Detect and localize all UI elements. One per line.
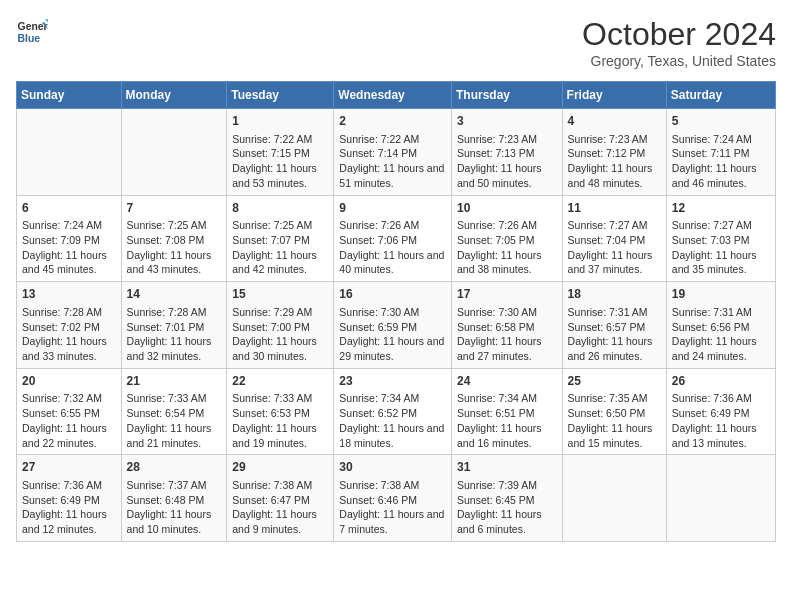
day-number: 31: [457, 459, 557, 476]
cell-content: Sunrise: 7:28 AM Sunset: 7:01 PM Dayligh…: [127, 305, 222, 364]
day-number: 5: [672, 113, 770, 130]
day-number: 4: [568, 113, 661, 130]
calendar-cell: 11Sunrise: 7:27 AM Sunset: 7:04 PM Dayli…: [562, 195, 666, 282]
calendar-cell: 23Sunrise: 7:34 AM Sunset: 6:52 PM Dayli…: [334, 368, 452, 455]
day-number: 9: [339, 200, 446, 217]
calendar-cell: 27Sunrise: 7:36 AM Sunset: 6:49 PM Dayli…: [17, 455, 122, 542]
cell-content: Sunrise: 7:32 AM Sunset: 6:55 PM Dayligh…: [22, 391, 116, 450]
day-number: 10: [457, 200, 557, 217]
day-number: 27: [22, 459, 116, 476]
cell-content: Sunrise: 7:23 AM Sunset: 7:13 PM Dayligh…: [457, 132, 557, 191]
day-number: 14: [127, 286, 222, 303]
day-number: 2: [339, 113, 446, 130]
cell-content: Sunrise: 7:22 AM Sunset: 7:14 PM Dayligh…: [339, 132, 446, 191]
calendar-cell: 16Sunrise: 7:30 AM Sunset: 6:59 PM Dayli…: [334, 282, 452, 369]
cell-content: Sunrise: 7:23 AM Sunset: 7:12 PM Dayligh…: [568, 132, 661, 191]
column-header-thursday: Thursday: [451, 82, 562, 109]
calendar-cell: 13Sunrise: 7:28 AM Sunset: 7:02 PM Dayli…: [17, 282, 122, 369]
day-number: 13: [22, 286, 116, 303]
cell-content: Sunrise: 7:25 AM Sunset: 7:07 PM Dayligh…: [232, 218, 328, 277]
day-number: 28: [127, 459, 222, 476]
day-number: 3: [457, 113, 557, 130]
calendar-cell: 12Sunrise: 7:27 AM Sunset: 7:03 PM Dayli…: [666, 195, 775, 282]
day-number: 19: [672, 286, 770, 303]
cell-content: Sunrise: 7:30 AM Sunset: 6:58 PM Dayligh…: [457, 305, 557, 364]
week-row-5: 27Sunrise: 7:36 AM Sunset: 6:49 PM Dayli…: [17, 455, 776, 542]
column-header-saturday: Saturday: [666, 82, 775, 109]
cell-content: Sunrise: 7:33 AM Sunset: 6:54 PM Dayligh…: [127, 391, 222, 450]
day-number: 11: [568, 200, 661, 217]
calendar-cell: 28Sunrise: 7:37 AM Sunset: 6:48 PM Dayli…: [121, 455, 227, 542]
cell-content: Sunrise: 7:38 AM Sunset: 6:46 PM Dayligh…: [339, 478, 446, 537]
calendar-cell: 17Sunrise: 7:30 AM Sunset: 6:58 PM Dayli…: [451, 282, 562, 369]
cell-content: Sunrise: 7:27 AM Sunset: 7:04 PM Dayligh…: [568, 218, 661, 277]
calendar-cell: [17, 109, 122, 196]
header-row: SundayMondayTuesdayWednesdayThursdayFrid…: [17, 82, 776, 109]
column-header-friday: Friday: [562, 82, 666, 109]
cell-content: Sunrise: 7:25 AM Sunset: 7:08 PM Dayligh…: [127, 218, 222, 277]
calendar-table: SundayMondayTuesdayWednesdayThursdayFrid…: [16, 81, 776, 542]
day-number: 25: [568, 373, 661, 390]
cell-content: Sunrise: 7:30 AM Sunset: 6:59 PM Dayligh…: [339, 305, 446, 364]
day-number: 1: [232, 113, 328, 130]
day-number: 22: [232, 373, 328, 390]
day-number: 21: [127, 373, 222, 390]
week-row-2: 6Sunrise: 7:24 AM Sunset: 7:09 PM Daylig…: [17, 195, 776, 282]
cell-content: Sunrise: 7:26 AM Sunset: 7:06 PM Dayligh…: [339, 218, 446, 277]
day-number: 16: [339, 286, 446, 303]
calendar-cell: 6Sunrise: 7:24 AM Sunset: 7:09 PM Daylig…: [17, 195, 122, 282]
cell-content: Sunrise: 7:37 AM Sunset: 6:48 PM Dayligh…: [127, 478, 222, 537]
cell-content: Sunrise: 7:35 AM Sunset: 6:50 PM Dayligh…: [568, 391, 661, 450]
calendar-cell: 21Sunrise: 7:33 AM Sunset: 6:54 PM Dayli…: [121, 368, 227, 455]
calendar-cell: 19Sunrise: 7:31 AM Sunset: 6:56 PM Dayli…: [666, 282, 775, 369]
cell-content: Sunrise: 7:27 AM Sunset: 7:03 PM Dayligh…: [672, 218, 770, 277]
day-number: 17: [457, 286, 557, 303]
week-row-3: 13Sunrise: 7:28 AM Sunset: 7:02 PM Dayli…: [17, 282, 776, 369]
cell-content: Sunrise: 7:36 AM Sunset: 6:49 PM Dayligh…: [22, 478, 116, 537]
day-number: 29: [232, 459, 328, 476]
day-number: 30: [339, 459, 446, 476]
cell-content: Sunrise: 7:26 AM Sunset: 7:05 PM Dayligh…: [457, 218, 557, 277]
calendar-cell: 18Sunrise: 7:31 AM Sunset: 6:57 PM Dayli…: [562, 282, 666, 369]
calendar-body: 1Sunrise: 7:22 AM Sunset: 7:15 PM Daylig…: [17, 109, 776, 542]
calendar-cell: 8Sunrise: 7:25 AM Sunset: 7:07 PM Daylig…: [227, 195, 334, 282]
cell-content: Sunrise: 7:34 AM Sunset: 6:52 PM Dayligh…: [339, 391, 446, 450]
calendar-cell: 24Sunrise: 7:34 AM Sunset: 6:51 PM Dayli…: [451, 368, 562, 455]
location: Gregory, Texas, United States: [582, 53, 776, 69]
day-number: 26: [672, 373, 770, 390]
cell-content: Sunrise: 7:38 AM Sunset: 6:47 PM Dayligh…: [232, 478, 328, 537]
logo-icon: General Blue: [16, 16, 48, 48]
cell-content: Sunrise: 7:36 AM Sunset: 6:49 PM Dayligh…: [672, 391, 770, 450]
day-number: 12: [672, 200, 770, 217]
calendar-cell: 30Sunrise: 7:38 AM Sunset: 6:46 PM Dayli…: [334, 455, 452, 542]
calendar-cell: 20Sunrise: 7:32 AM Sunset: 6:55 PM Dayli…: [17, 368, 122, 455]
column-header-monday: Monday: [121, 82, 227, 109]
day-number: 24: [457, 373, 557, 390]
calendar-cell: [666, 455, 775, 542]
calendar-cell: 31Sunrise: 7:39 AM Sunset: 6:45 PM Dayli…: [451, 455, 562, 542]
week-row-1: 1Sunrise: 7:22 AM Sunset: 7:15 PM Daylig…: [17, 109, 776, 196]
calendar-cell: 2Sunrise: 7:22 AM Sunset: 7:14 PM Daylig…: [334, 109, 452, 196]
calendar-cell: 3Sunrise: 7:23 AM Sunset: 7:13 PM Daylig…: [451, 109, 562, 196]
column-header-sunday: Sunday: [17, 82, 122, 109]
cell-content: Sunrise: 7:28 AM Sunset: 7:02 PM Dayligh…: [22, 305, 116, 364]
cell-content: Sunrise: 7:24 AM Sunset: 7:11 PM Dayligh…: [672, 132, 770, 191]
calendar-cell: 4Sunrise: 7:23 AM Sunset: 7:12 PM Daylig…: [562, 109, 666, 196]
month-title: October 2024: [582, 16, 776, 53]
cell-content: Sunrise: 7:29 AM Sunset: 7:00 PM Dayligh…: [232, 305, 328, 364]
cell-content: Sunrise: 7:31 AM Sunset: 6:57 PM Dayligh…: [568, 305, 661, 364]
calendar-cell: 9Sunrise: 7:26 AM Sunset: 7:06 PM Daylig…: [334, 195, 452, 282]
day-number: 15: [232, 286, 328, 303]
calendar-cell: 26Sunrise: 7:36 AM Sunset: 6:49 PM Dayli…: [666, 368, 775, 455]
cell-content: Sunrise: 7:34 AM Sunset: 6:51 PM Dayligh…: [457, 391, 557, 450]
svg-text:Blue: Blue: [18, 33, 41, 44]
page-header: General Blue October 2024 Gregory, Texas…: [16, 16, 776, 69]
calendar-cell: 25Sunrise: 7:35 AM Sunset: 6:50 PM Dayli…: [562, 368, 666, 455]
logo: General Blue: [16, 16, 48, 48]
day-number: 18: [568, 286, 661, 303]
calendar-cell: 5Sunrise: 7:24 AM Sunset: 7:11 PM Daylig…: [666, 109, 775, 196]
day-number: 23: [339, 373, 446, 390]
calendar-cell: [121, 109, 227, 196]
day-number: 8: [232, 200, 328, 217]
calendar-cell: 15Sunrise: 7:29 AM Sunset: 7:00 PM Dayli…: [227, 282, 334, 369]
